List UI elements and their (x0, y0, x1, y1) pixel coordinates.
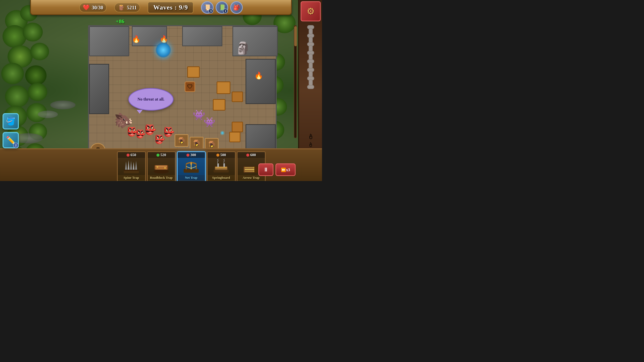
pause-icon: ⏸ (263, 166, 269, 173)
springboard-cost-dot (216, 154, 219, 157)
chest (232, 92, 243, 102)
springboard-cost: 500 (220, 153, 226, 157)
tree (1, 63, 24, 84)
fast-forward-button[interactable]: ⏩x3 (275, 163, 296, 176)
game-canvas: 🔥 🔥 🔥 🔥 🛡 🐗 👺 👺 👺 👺 👺 👾 👾 🪤 🪤 🪤 (0, 0, 322, 181)
roadblock-trap-count: Count (∞/∞) (148, 180, 175, 181)
speech-bubble: No threat at all. (128, 88, 174, 111)
svg-marker-4 (133, 162, 135, 170)
enemy-goblin: 👺 (144, 124, 156, 135)
trap-item-roadblock[interactable]: 520 Roadblock (147, 151, 176, 181)
svg-point-7 (154, 169, 169, 173)
svg-rect-6 (124, 170, 139, 171)
tool-button-potion[interactable]: 🪣 (3, 113, 19, 129)
spine-trap-cost: 650 (131, 153, 136, 157)
tool-button-build[interactable]: ✏️ 2 (3, 132, 19, 148)
arrow-trap-cost: 600 (250, 153, 256, 157)
magic-particle (220, 130, 225, 135)
svg-marker-3 (130, 161, 132, 170)
svg-marker-5 (135, 161, 137, 170)
torch: 🔥 (132, 35, 141, 43)
inventory-item-2[interactable]: 🎒 (230, 1, 243, 14)
tree (30, 43, 49, 60)
fast-forward-icon: ⏩x3 (281, 167, 290, 172)
stone-wall (182, 26, 222, 46)
svg-point-14 (164, 167, 166, 169)
health-block: ❤️ 30/30 (79, 3, 107, 12)
tree (23, 23, 43, 41)
health-value: 30/30 (92, 5, 103, 11)
inventory-item-1[interactable]: 📗 1 (216, 1, 228, 14)
springboard-name: Springboard (208, 175, 235, 180)
roadblock-trap-name: Roadblock Trap (148, 175, 175, 180)
inventory-badge-0: 3 (208, 9, 213, 14)
spine-trap-count: Count (1/2) (118, 180, 145, 181)
arrow-trap-count: Count (2/2) (237, 180, 265, 181)
roadblock-cost-dot (156, 154, 159, 157)
stone-wall (89, 26, 129, 56)
inventory-item-0[interactable]: 📜 3 (201, 1, 214, 14)
arrow-trap-icon (242, 159, 260, 174)
net-trap-count: Count (1/2) (178, 180, 205, 181)
spine-trap-icon (123, 159, 140, 174)
settings-button[interactable]: ⚙ (301, 1, 321, 21)
tree (5, 85, 29, 108)
svg-rect-35 (254, 166, 259, 173)
inventory-badge-1: 1 (223, 9, 228, 14)
svg-rect-26 (223, 163, 225, 167)
svg-line-18 (186, 166, 191, 168)
left-tools: 🪣 ✏️ 2 (3, 113, 19, 148)
portal (156, 42, 171, 58)
resource-gain: +86 (116, 18, 125, 25)
torch: 🔥 (254, 71, 263, 80)
speech-text: No threat at all. (135, 95, 166, 104)
chest (187, 66, 200, 78)
ground-trap[interactable]: 🪤 (175, 134, 188, 147)
svg-marker-1 (125, 161, 127, 170)
springboard-count: Count (2/2) (208, 180, 235, 181)
inventory-area: 📜 3 📗 1 🎒 (201, 1, 243, 14)
chest (213, 99, 225, 111)
enemy-goblin: 👺 (136, 129, 146, 139)
net-cost-dot (186, 154, 189, 157)
springboard-cost-bar: 500 (208, 152, 235, 158)
arrow-cost-dot (246, 154, 249, 157)
net-trap-icon (182, 159, 200, 174)
speed-controls: ⏸ ⏩x3 (258, 163, 296, 176)
trap-item-net[interactable]: 300 (177, 151, 206, 181)
heart-icon: ❤️ (83, 4, 90, 11)
roadblock-cost-bar: 520 (148, 152, 175, 158)
item-icon: 🛡 (185, 81, 195, 92)
net-trap-name: Net Trap (178, 175, 205, 180)
chest (217, 81, 230, 94)
dungeon-floor: 🔥 🔥 🔥 🔥 🛡 🐗 👺 👺 👺 👺 👺 👾 👾 🪤 🪤 🪤 (88, 25, 277, 166)
stone-wall (89, 64, 109, 114)
svg-point-13 (157, 166, 158, 168)
svg-rect-15 (184, 169, 199, 173)
ground-trap[interactable]: 🪤 (190, 137, 204, 149)
springboard-icon (212, 159, 230, 174)
top-bar: ❤️ 30/30 🪵 5211 Waves : 9/9 📜 3 📗 1 (0, 0, 322, 15)
statue: 🗿 (235, 41, 251, 55)
spine-trap-name: Spine Trap (118, 175, 145, 180)
net-trap-image (178, 158, 205, 175)
roadblock-trap-icon (152, 159, 170, 174)
scroll-indicator[interactable] (294, 25, 297, 138)
spine-trap-image (118, 158, 145, 175)
trap-item-spine[interactable]: 650 Spine Trap Count (1/2) (117, 151, 146, 181)
tool-build-badge: 2 (13, 143, 19, 148)
wood-icon: 🪵 (118, 4, 125, 11)
pause-button[interactable]: ⏸ (258, 163, 273, 176)
springboard-image (208, 158, 235, 175)
rock (50, 101, 75, 109)
chest (229, 132, 240, 142)
svg-marker-2 (128, 160, 130, 170)
top-bar-content: ❤️ 30/30 🪵 5211 Waves : 9/9 📜 3 📗 1 (79, 1, 243, 14)
tree (3, 25, 26, 48)
enemy-orc: 👾 (204, 117, 215, 128)
enemy-goblin: 👺 (163, 127, 175, 137)
trap-item-springboard[interactable]: 500 (207, 151, 236, 181)
chest (232, 122, 243, 132)
net-cost-bar: 300 (178, 152, 205, 158)
wood-block: 🪵 5211 (114, 3, 140, 12)
